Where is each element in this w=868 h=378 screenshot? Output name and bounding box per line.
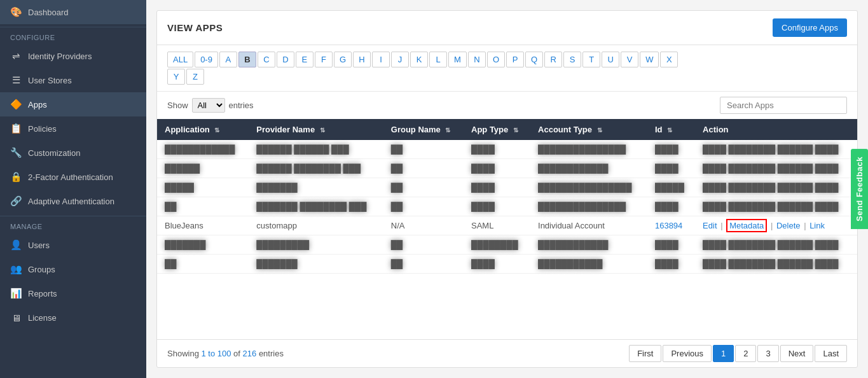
groups-icon: 👥 (10, 263, 22, 275)
cell-application: █████ (157, 178, 249, 197)
cell-app_type: ████ (464, 159, 530, 178)
alpha-btn-z[interactable]: Z (186, 69, 204, 85)
configure-apps-button[interactable]: Configure Apps (773, 18, 847, 37)
page-btn-next[interactable]: Next (780, 345, 814, 362)
cell-account_type: ████████████████ (530, 178, 647, 197)
page-btn-last[interactable]: Last (815, 345, 847, 362)
alpha-btn-u[interactable]: U (602, 52, 619, 67)
alpha-btn-d[interactable]: D (277, 52, 294, 67)
sort-icon: ⇅ (445, 127, 450, 134)
sidebar-section-configure: Configure (0, 27, 146, 44)
id-link[interactable]: 163894 (655, 221, 682, 230)
alpha-btn-q[interactable]: Q (525, 52, 543, 67)
policies-icon: 📋 (10, 123, 22, 134)
alpha-btn-s[interactable]: S (563, 52, 581, 67)
alpha-btn-l[interactable]: L (429, 52, 447, 67)
sidebar-item-label: Policies (28, 124, 57, 134)
sidebar-item-policies[interactable]: 📋Policies (0, 116, 146, 141)
alpha-btn-a[interactable]: A (219, 52, 237, 67)
cell-app_type: SAML (464, 216, 530, 235)
cell-provider_name: ██████ ████████ ███ (249, 159, 383, 178)
page-btn-previous[interactable]: Previous (663, 345, 712, 362)
action-link-link[interactable]: Link (809, 221, 825, 230)
sidebar-item-label: Dashboard (28, 8, 69, 17)
col-provider_name[interactable]: Provider Name ⇅ (249, 119, 383, 140)
sort-icon: ⇅ (320, 127, 325, 134)
col-app_type[interactable]: App Type ⇅ (464, 119, 530, 140)
alpha-btn-r[interactable]: R (544, 52, 562, 67)
col-id[interactable]: Id ⇅ (647, 119, 695, 140)
sidebar-item-dashboard[interactable]: 🎨Dashboard (0, 0, 146, 24)
alpha-btn-j[interactable]: J (391, 52, 409, 67)
apps-table: Application ⇅Provider Name ⇅Group Name ⇅… (157, 119, 857, 274)
table-row: █████████ ████████ █████████████████████… (157, 197, 857, 216)
sidebar-item-license[interactable]: 🖥License (0, 305, 146, 330)
sort-icon: ⇅ (667, 127, 672, 134)
metadata-link[interactable]: Metadata (726, 219, 767, 232)
cell-application: ██████ (157, 159, 249, 178)
sidebar-item-groups[interactable]: 👥Groups (0, 257, 146, 281)
alpha-btn-h[interactable]: H (353, 52, 371, 67)
sidebar-item-label: Reports (28, 289, 57, 298)
alpha-btn-all[interactable]: ALL (167, 52, 193, 67)
main-content: VIEW APPS Configure Apps ALL0-9ABCDEFGHI… (146, 0, 868, 378)
sidebar-item-label: Customization (28, 148, 80, 158)
alpha-btn-v[interactable]: V (621, 52, 638, 67)
action-delete-link[interactable]: Delete (776, 221, 801, 230)
alpha-btn-0-9[interactable]: 0-9 (195, 52, 218, 67)
action-edit-link[interactable]: Edit (703, 221, 717, 230)
cell-group_name: ██ (383, 140, 464, 159)
alpha-btn-k[interactable]: K (410, 52, 428, 67)
send-feedback-button[interactable]: Send Feedback (851, 149, 868, 229)
table-row: ████████████████████████████████████████… (157, 235, 857, 255)
sidebar-item-apps[interactable]: 🔶Apps (0, 92, 146, 116)
page-btn-first[interactable]: First (629, 345, 661, 362)
col-group_name[interactable]: Group Name ⇅ (383, 119, 464, 140)
alpha-btn-w[interactable]: W (640, 52, 659, 67)
alpha-btn-t[interactable]: T (582, 52, 600, 67)
alpha-btn-c[interactable]: C (258, 52, 275, 67)
search-input[interactable] (720, 97, 847, 114)
alpha-btn-e[interactable]: E (296, 52, 313, 67)
cell-provider_name: customapp (249, 216, 383, 235)
col-application[interactable]: Application ⇅ (157, 119, 249, 140)
page-btn-1[interactable]: 1 (713, 345, 734, 362)
cell-app_type: ████ (464, 140, 530, 159)
cell-app_type: ████ (464, 197, 530, 216)
alpha-row-2: YZ (167, 69, 847, 85)
sidebar-item-label: Adaptive Authentication (28, 197, 114, 206)
cell-group_name: ██ (383, 235, 464, 255)
alpha-btn-n[interactable]: N (468, 52, 486, 67)
showing-total: 216 (243, 349, 257, 358)
col-action[interactable]: Action (695, 119, 857, 140)
col-account_type[interactable]: Account Type ⇅ (530, 119, 647, 140)
entries-label: entries (229, 101, 254, 110)
sidebar-item-adaptive-auth[interactable]: 🔗Adaptive Authentication (0, 189, 146, 213)
alpha-btn-b[interactable]: B (238, 52, 256, 67)
cell-provider_name: ██████ ██████ ███ (249, 140, 383, 159)
page-btn-3[interactable]: 3 (757, 345, 778, 362)
alpha-btn-x[interactable]: X (660, 52, 678, 67)
sidebar-item-label: Apps (28, 100, 47, 109)
sidebar-item-users[interactable]: 👤Users (0, 233, 146, 257)
identity-providers-icon: ⇌ (10, 50, 22, 62)
alpha-btn-i[interactable]: I (372, 52, 390, 67)
sidebar-item-identity-providers[interactable]: ⇌Identity Providers (0, 44, 146, 68)
sidebar-item-label: Users (28, 241, 50, 250)
alpha-btn-p[interactable]: P (506, 52, 524, 67)
sidebar-item-reports[interactable]: 📊Reports (0, 281, 146, 305)
cell-account_type: ███████████████ (530, 197, 647, 216)
page-btn-2[interactable]: 2 (735, 345, 756, 362)
pagination-area: Showing 1 to 100 of 216 entries FirstPre… (157, 339, 857, 367)
table-row: ██████████████████ ██████ ██████████████… (157, 140, 857, 159)
alpha-btn-y[interactable]: Y (167, 69, 185, 85)
alpha-btn-o[interactable]: O (487, 52, 505, 67)
alpha-btn-m[interactable]: M (448, 52, 467, 67)
sidebar-item-2fa[interactable]: 🔒2-Factor Authentication (0, 165, 146, 189)
entries-select[interactable]: All102550100 (192, 98, 225, 113)
alpha-btn-g[interactable]: G (334, 52, 352, 67)
table-controls: Show All102550100 entries (157, 92, 857, 119)
sidebar-item-user-stores[interactable]: ☰User Stores (0, 68, 146, 92)
alpha-btn-f[interactable]: F (315, 52, 333, 67)
sidebar-item-customization[interactable]: 🔧Customization (0, 141, 146, 165)
